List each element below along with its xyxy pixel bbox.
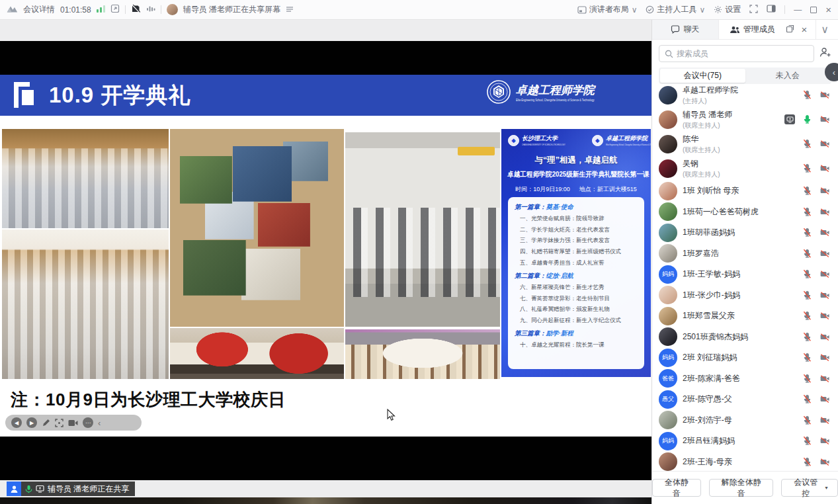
school-logo: 卓越工程师学院 Elite Engineering School, Changs… — [486, 79, 642, 105]
side-panel-icon[interactable] — [767, 5, 776, 15]
member-camera-icon[interactable] — [819, 415, 830, 425]
member-mic-icon[interactable] — [802, 457, 812, 467]
more-options-button[interactable]: ⋯ — [83, 417, 93, 428]
collapse-panel-button[interactable]: ‹ — [825, 63, 838, 81]
mute-all-button[interactable]: 全体静音 — [652, 479, 701, 497]
network-signal-icon — [97, 5, 105, 15]
member-mic-icon[interactable] — [802, 311, 812, 321]
member-camera-icon[interactable] — [819, 311, 830, 321]
member-row[interactable]: 妈妈 1班-王学敏-妈妈 — [652, 264, 838, 285]
member-mic-icon[interactable] — [802, 415, 812, 425]
school-emblem-small-icon: ◈ — [592, 135, 603, 146]
popout-panel-icon[interactable] — [786, 24, 794, 36]
member-mic-icon[interactable] — [802, 269, 812, 279]
member-row[interactable]: 2班-王海-母亲 — [652, 452, 838, 472]
member-camera-icon[interactable] — [819, 114, 830, 124]
host-tools-button[interactable]: 主持人工具 ∨ — [646, 4, 705, 15]
member-avatar: 妈妈 — [659, 265, 677, 284]
meeting-detail-label[interactable]: 会议详情 — [23, 4, 55, 15]
unmute-all-button[interactable]: 解除全体静音 — [709, 479, 773, 497]
member-mic-icon[interactable] — [802, 228, 812, 237]
member-camera-icon[interactable] — [819, 374, 830, 384]
member-mic-icon[interactable] — [802, 353, 812, 362]
member-mic-icon[interactable] — [802, 394, 812, 404]
member-camera-icon[interactable] — [819, 90, 830, 100]
member-name: 2班-陈家满-爸爸 — [683, 373, 802, 384]
popout-share-icon[interactable] — [110, 4, 120, 15]
next-slide-button[interactable]: ▶ — [26, 417, 37, 428]
prev-slide-button[interactable]: ◀ — [11, 417, 22, 428]
titlebar-divider — [125, 5, 126, 14]
member-mic-icon[interactable] — [802, 139, 812, 149]
search-members-input[interactable] — [677, 49, 808, 58]
camera-icon[interactable] — [68, 419, 78, 427]
record-off-icon[interactable] — [131, 4, 141, 15]
member-mic-icon[interactable] — [802, 207, 812, 217]
member-camera-icon[interactable] — [819, 207, 830, 217]
member-camera-icon[interactable] — [819, 457, 830, 467]
member-avatar — [659, 86, 677, 105]
audio-device-icon[interactable] — [146, 5, 155, 15]
member-mic-icon[interactable] — [802, 186, 812, 196]
screen-share-icon — [36, 485, 44, 493]
member-row[interactable]: 2班-刘浩宇-母 — [652, 410, 838, 431]
member-row[interactable]: 吴钢 (联席主持人) — [652, 156, 838, 181]
close-button[interactable]: × — [825, 4, 831, 15]
close-panel-icon[interactable]: × — [802, 24, 808, 34]
member-row[interactable]: 卓越工程师学院 (主持人) — [652, 83, 838, 107]
member-camera-icon[interactable] — [819, 186, 830, 196]
member-camera-icon[interactable] — [819, 353, 830, 362]
member-mic-icon[interactable] — [802, 436, 812, 446]
member-camera-icon[interactable] — [819, 394, 830, 404]
tab-manage-members[interactable]: 管理成员 — [719, 20, 786, 39]
member-mic-icon[interactable] — [802, 249, 812, 259]
minimize-button[interactable]: — — [794, 6, 802, 14]
member-row[interactable]: 愚父 2班-陈守愚-父 — [652, 389, 838, 410]
panel-caret-down-icon[interactable]: ∨ — [816, 20, 833, 39]
agenda-item: 三、学弟学妹接力强：新生代表发言 — [515, 237, 638, 245]
member-row[interactable]: 1班罗嘉浩 — [652, 243, 838, 265]
member-camera-icon[interactable] — [819, 290, 830, 300]
member-row[interactable]: 1班胡菲函妈妈 — [652, 222, 838, 243]
member-row[interactable]: 妈妈 2班 刘征瑞妈妈 — [652, 347, 838, 368]
member-row[interactable]: 妈妈 2班吕钰满妈妈 — [652, 431, 838, 452]
member-camera-icon[interactable] — [819, 249, 830, 259]
meeting-control-button[interactable]: 会议管控 ▼ — [781, 479, 838, 497]
member-list[interactable]: 卓越工程师学院 (主持人) 辅导员 潘老师 (联席主持人) — [652, 81, 838, 471]
annotate-pencil-icon[interactable] — [42, 419, 50, 427]
member-row[interactable]: 陈华 (联席主持人) — [652, 132, 838, 156]
collapse-toolbar-icon[interactable]: ‹ — [98, 418, 101, 428]
member-mic-icon[interactable] — [802, 290, 812, 300]
member-camera-icon[interactable] — [819, 228, 830, 237]
member-mic-icon[interactable] — [802, 163, 812, 173]
member-row[interactable]: 2501班龚锦杰妈妈 — [652, 327, 838, 348]
member-row[interactable]: 1班苟一心爸爸苟树虎 — [652, 202, 838, 223]
member-row[interactable]: 1班郑雪晨父亲 — [652, 306, 838, 327]
member-mic-icon[interactable] — [802, 114, 812, 124]
layout-button[interactable]: 演讲者布局 ∨ — [577, 4, 638, 15]
laser-focus-icon[interactable] — [55, 419, 63, 427]
tab-chat[interactable]: 聊天 — [652, 20, 719, 39]
add-member-icon[interactable] — [819, 47, 831, 60]
member-row[interactable]: 辅导员 潘老师 (联席主持人) — [652, 107, 838, 132]
fullscreen-icon[interactable] — [749, 5, 758, 15]
sharing-menu-icon[interactable] — [286, 5, 294, 15]
poster-meta: 时间：10月9日19:00 地点：新工训大楼515 — [501, 185, 651, 194]
member-row[interactable]: 1班 刘昕怡 母亲 — [652, 181, 838, 202]
member-role: (联席主持人) — [683, 170, 802, 179]
member-camera-icon[interactable] — [819, 332, 830, 342]
member-row[interactable]: 爸爸 2班-陈家满-爸爸 — [652, 368, 838, 390]
member-camera-icon[interactable] — [819, 163, 830, 173]
maximize-button[interactable] — [810, 7, 817, 13]
member-camera-icon[interactable] — [819, 139, 830, 149]
member-camera-icon[interactable] — [819, 269, 830, 279]
member-camera-icon[interactable] — [819, 436, 830, 446]
member-row[interactable]: 1班-张少巾-妈妈 — [652, 285, 838, 306]
member-name: 2班-陈守愚-父 — [683, 394, 802, 405]
member-mic-icon[interactable] — [802, 332, 812, 342]
search-box[interactable] — [659, 45, 814, 62]
member-name: 1班 刘昕怡 母亲 — [683, 185, 802, 196]
member-mic-icon[interactable] — [802, 374, 812, 384]
settings-button[interactable]: 设置 — [714, 4, 741, 15]
member-mic-icon[interactable] — [802, 90, 812, 100]
